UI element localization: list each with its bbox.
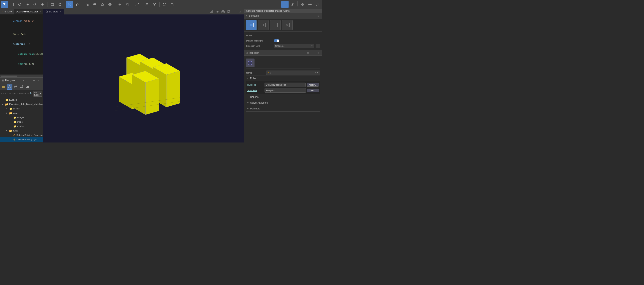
- extrude-button[interactable]: [99, 1, 106, 8]
- inspector-minimize-btn[interactable]: —: [311, 51, 315, 55]
- tree-item-images[interactable]: 📁 images: [0, 115, 43, 120]
- tree-item-models[interactable]: 📁 models: [0, 124, 43, 128]
- split-button[interactable]: [116, 1, 123, 8]
- building-tab[interactable]: DetailedBuilding.cga ✕: [14, 9, 44, 15]
- navigator-title: Navigator: [5, 79, 20, 82]
- mode-add-btn[interactable]: [258, 20, 268, 30]
- generate-shapes-button[interactable]: [281, 1, 288, 8]
- tree-item-data[interactable]: ▼ 📂 data: [0, 111, 43, 115]
- grid-button[interactable]: [299, 1, 306, 8]
- orbit-button[interactable]: [16, 1, 23, 8]
- generate-button[interactable]: [66, 1, 73, 8]
- svg-rect-44: [210, 12, 211, 13]
- tree-item-rules[interactable]: ▼ 📂 rules: [0, 128, 43, 133]
- tree-item-esrilib[interactable]: ▶ 📁 ESRI.lib: [0, 98, 43, 102]
- 3d-view-button[interactable]: [161, 1, 168, 8]
- object-attributes-header[interactable]: ▼ Object Attributes: [246, 100, 320, 106]
- materials-header[interactable]: ▼ Materials: [246, 106, 320, 111]
- nav-folder-btn[interactable]: [1, 84, 6, 90]
- vp-chart-btn[interactable]: [210, 9, 214, 14]
- building-gen-button[interactable]: [168, 1, 176, 8]
- mode-remove-btn[interactable]: [270, 20, 280, 30]
- tree-item-final-cga[interactable]: ⚙ DetailedBuilding_Final.cga: [0, 133, 43, 137]
- snap-button[interactable]: [84, 1, 91, 8]
- nav-chart-btn[interactable]: [25, 84, 30, 90]
- selection-minimize-btn[interactable]: —: [311, 14, 315, 18]
- navigator-minimize-btn[interactable]: —: [32, 78, 36, 82]
- mode-invert-btn[interactable]: [282, 20, 292, 30]
- name-scroll-icon: ▲▼: [314, 72, 318, 74]
- start-rule-label[interactable]: Start Rule: [247, 89, 263, 92]
- vp-maximize-btn[interactable]: □: [238, 9, 242, 14]
- viewport-tab-icon: ⬡: [46, 10, 48, 13]
- vp-minimize-btn[interactable]: —: [232, 9, 237, 14]
- tree-item-essentials[interactable]: ▼ 📂 Essentials_Rule_Based_Modeling: [0, 102, 43, 106]
- pan-button[interactable]: [24, 1, 31, 8]
- settings-button[interactable]: [306, 1, 314, 8]
- target-zoom-button[interactable]: [39, 1, 46, 8]
- offset-button[interactable]: [124, 1, 131, 8]
- navigator-maximize-btn[interactable]: □: [37, 78, 41, 82]
- inspector-close-btn[interactable]: ✕: [306, 51, 310, 55]
- viewport-tab-3d[interactable]: ⬡ 3D View ✕: [43, 9, 64, 15]
- disable-highlight-toggle[interactable]: [274, 39, 279, 42]
- nav-group-btn[interactable]: [13, 84, 18, 90]
- selection-maximize-btn[interactable]: □: [316, 14, 320, 18]
- nav-user-btn[interactable]: [7, 84, 12, 90]
- select-btn[interactable]: Select...: [307, 89, 319, 92]
- inspector-maximize-btn[interactable]: □: [316, 51, 320, 55]
- polygon-select-button[interactable]: [56, 1, 64, 8]
- code-editor[interactable]: version "2023.1" @StartRule Footprint --…: [0, 15, 43, 75]
- building-tab-close[interactable]: ✕: [39, 11, 42, 13]
- mode-props: Mode Disable Highlight Selection Sets Ch…: [244, 32, 322, 50]
- selection-title: Selection: [249, 15, 310, 17]
- rules-header[interactable]: ▼ Rules ⋮: [246, 76, 320, 81]
- zoom-button[interactable]: [31, 1, 38, 8]
- measure-button[interactable]: [134, 1, 141, 8]
- navigator-close-btn[interactable]: ✕: [22, 78, 26, 82]
- viewport-tab-close[interactable]: ✕: [59, 11, 62, 13]
- vp-camera-btn[interactable]: [221, 9, 226, 14]
- left-panel: * *Scene DetailedBuilding.cga ✕ — □ vers…: [0, 9, 43, 143]
- vp-eye-btn[interactable]: [215, 9, 220, 14]
- name-value-field[interactable]: ⚠ ? ▲▼: [266, 71, 320, 75]
- box-select-button[interactable]: [8, 1, 16, 8]
- add-selection-set-btn[interactable]: +: [316, 44, 320, 48]
- nav-cloud-btn[interactable]: [19, 84, 24, 90]
- svg-rect-32: [301, 3, 302, 4]
- tree-label-assets: assets: [13, 107, 20, 110]
- tree-item-assets[interactable]: ▶ 📁 assets: [0, 106, 43, 111]
- svg-point-40: [16, 86, 17, 87]
- account-button[interactable]: [314, 1, 321, 8]
- rules-menu-icon[interactable]: ⋮: [317, 77, 319, 80]
- select-tool-button[interactable]: [1, 1, 8, 8]
- mode-select-btn[interactable]: [246, 20, 256, 30]
- search-input[interactable]: [1, 92, 29, 95]
- align-button[interactable]: [91, 1, 98, 8]
- tree-item-cga[interactable]: ⚙ DetailedBuilding.cga: [0, 137, 43, 142]
- shapes-button[interactable]: [74, 1, 81, 8]
- type-filter-dropdown[interactable]: All types ▾: [33, 91, 42, 97]
- layers-button[interactable]: [151, 1, 158, 8]
- reports-header[interactable]: ▼ Reports: [246, 94, 320, 100]
- separator-2: [65, 2, 65, 7]
- tree-item-maps[interactable]: 📁 maps: [0, 120, 43, 124]
- scene-tab[interactable]: * *Scene: [0, 9, 14, 15]
- navigator-options-btn[interactable]: ⋮: [27, 78, 31, 82]
- tree-item-scenes[interactable]: ▼ 📂 scenes: [0, 142, 43, 143]
- assign-btn[interactable]: Assign...: [307, 83, 319, 87]
- svg-rect-12: [86, 3, 87, 4]
- editor-hscroll[interactable]: [0, 75, 43, 77]
- svg-rect-10: [76, 4, 77, 6]
- vp-bookmark-btn[interactable]: [226, 9, 231, 14]
- tree-label-images: images: [17, 116, 24, 119]
- scene-area[interactable]: [43, 15, 244, 143]
- people-button[interactable]: [144, 1, 150, 8]
- svg-rect-41: [26, 87, 27, 88]
- boolean-button[interactable]: [106, 1, 114, 8]
- street-button[interactable]: [289, 1, 296, 8]
- editor-tab-bar: * *Scene DetailedBuilding.cga ✕ — □: [0, 9, 43, 15]
- selection-sets-dropdown[interactable]: Choose... ▾: [274, 44, 314, 48]
- marquee-button[interactable]: [49, 1, 56, 8]
- rule-file-label[interactable]: Rule File: [247, 84, 263, 86]
